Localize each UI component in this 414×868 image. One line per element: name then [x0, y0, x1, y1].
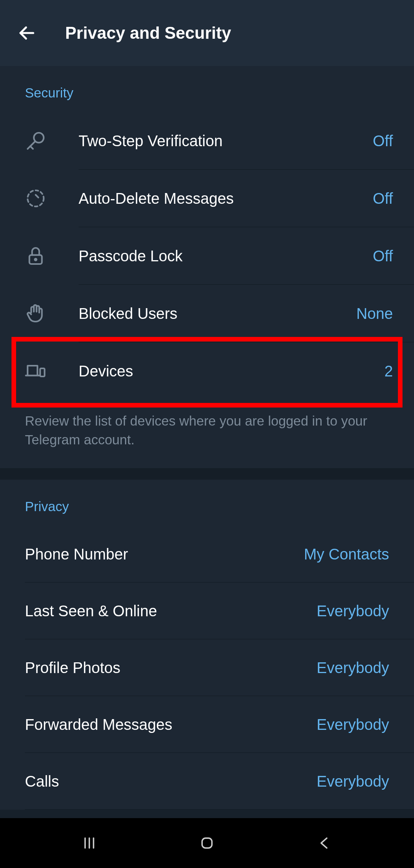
item-label: Forwarded Messages	[25, 716, 317, 733]
privacy-heading: Privacy	[0, 480, 414, 526]
security-heading: Security	[0, 66, 414, 112]
recents-icon	[81, 835, 98, 851]
auto-delete-messages-item[interactable]: Auto-Delete Messages Off	[0, 170, 414, 227]
passcode-lock-item[interactable]: Passcode Lock Off	[0, 227, 414, 285]
item-label: Phone Number	[25, 546, 304, 563]
chevron-left-icon	[316, 835, 333, 851]
item-label: Profile Photos	[25, 659, 317, 677]
svg-point-2	[28, 190, 44, 206]
hand-icon	[17, 303, 79, 324]
arrow-left-icon	[17, 23, 36, 43]
item-value: Everybody	[317, 602, 389, 620]
devices-icon	[17, 360, 79, 382]
key-icon	[17, 130, 79, 152]
item-value: Everybody	[317, 659, 389, 677]
recents-button[interactable]	[66, 832, 112, 855]
last-seen-item[interactable]: Last Seen & Online Everybody	[0, 583, 414, 639]
calls-item[interactable]: Calls Everybody	[0, 753, 414, 810]
app-header: Privacy and Security	[0, 0, 414, 66]
page-title: Privacy and Security	[65, 23, 231, 43]
item-value: Off	[373, 190, 397, 207]
item-label: Last Seen & Online	[25, 602, 317, 620]
two-step-verification-item[interactable]: Two-Step Verification Off	[0, 112, 414, 170]
privacy-section: Privacy Phone Number My Contacts Last Se…	[0, 480, 414, 810]
forwarded-messages-item[interactable]: Forwarded Messages Everybody	[0, 696, 414, 753]
item-label: Devices	[79, 363, 384, 380]
item-value: My Contacts	[304, 546, 389, 563]
item-label: Two-Step Verification	[79, 132, 373, 150]
item-label: Calls	[25, 773, 317, 790]
nav-back-button[interactable]	[302, 832, 348, 855]
item-value: Everybody	[317, 773, 389, 790]
item-value: Off	[373, 132, 397, 150]
home-icon	[199, 835, 215, 851]
blocked-users-item[interactable]: Blocked Users None	[0, 285, 414, 342]
profile-photos-item[interactable]: Profile Photos Everybody	[0, 639, 414, 696]
section-gap	[0, 468, 414, 480]
item-label: Blocked Users	[79, 305, 356, 322]
item-value: 2	[384, 363, 397, 380]
home-button[interactable]	[184, 832, 230, 855]
system-navbar	[0, 818, 414, 868]
lock-icon	[17, 245, 79, 267]
item-label: Passcode Lock	[79, 248, 373, 265]
svg-rect-9	[202, 838, 212, 848]
security-section: Security Two-Step Verification Off Auto-…	[0, 66, 414, 468]
item-value: None	[356, 305, 397, 322]
item-value: Everybody	[317, 716, 389, 733]
item-value: Off	[373, 248, 397, 265]
item-label: Auto-Delete Messages	[79, 190, 373, 207]
back-button[interactable]	[12, 18, 42, 48]
timer-icon	[17, 188, 79, 209]
security-footer-text: Review the list of devices where you are…	[0, 400, 414, 468]
phone-number-item[interactable]: Phone Number My Contacts	[0, 526, 414, 583]
devices-item[interactable]: Devices 2	[0, 342, 414, 400]
svg-point-4	[35, 259, 37, 261]
svg-rect-5	[40, 368, 45, 376]
